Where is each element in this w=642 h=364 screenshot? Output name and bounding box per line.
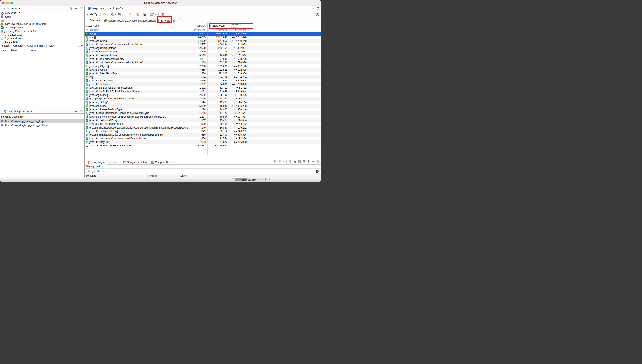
close-icon[interactable]: × [122,7,123,10]
histogram-row[interactable]: Cjava.util.zip.ZipFile$ZipFileInputStrea… [85,86,321,90]
thread-settings-icon[interactable]: ⚙ [103,13,106,16]
tab-compare-basket[interactable]: Compare Basket [149,160,176,164]
maximize-icon[interactable] [80,110,83,113]
query-browser-icon[interactable]: ⚙ [118,12,121,16]
histogram-row[interactable]: Corg.springframework.util.ConcurrentRefe… [85,133,321,137]
close-icon[interactable]: × [103,161,105,164]
dropdown-arrow-icon[interactable]: ▼ [155,13,156,15]
dropdown-arrow-icon[interactable]: ▼ [140,13,142,15]
drag-handle[interactable] [232,178,234,181]
histogram-toolbar-icon[interactable] [90,13,93,16]
histogram-row[interactable]: Cjava.util.zip.ZipFile$ZipFileInflaterIn… [85,90,321,93]
column-class-name[interactable]: Class Name [85,24,188,28]
numeric-filter-field[interactable]: <Numeric> [208,28,229,32]
tab-notes[interactable]: Notes [107,160,121,164]
maximize-icon[interactable] [80,7,83,10]
maximize-icon[interactable] [316,7,319,10]
dropdown-arrow-icon[interactable]: ▼ [115,13,116,15]
histogram-row[interactable]: Cjava.lang.ref.Finalizer 2,566 102,640 >… [85,79,321,82]
close-icon[interactable]: × [177,20,179,22]
column-type[interactable]: Type [0,48,10,52]
tab-class-hierarchy[interactable]: Class Hierarchy [26,44,47,48]
histogram-row[interactable]: Cjava.lang.Object 7,658 122,528 >= 122,5… [85,68,321,72]
help-icon[interactable]: ? [316,12,319,16]
tab-error-log[interactable]: Error Log × [86,160,107,165]
calculator-icon[interactable] [143,12,146,16]
recent-file-item[interactable]: /Users/pdai/pdai_heap_dump_test.hprof [0,123,84,127]
histogram-total-row[interactable]: ΣTotal: 31 of 5,841 entries; 5,810 more … [85,144,321,148]
restore-log-icon[interactable] [302,160,306,163]
minimize-icon[interactable] [75,7,78,10]
histogram-row[interactable]: Cint[] 1,614 104,784 >= 104,784 [85,75,321,79]
dropdown-arrow-icon[interactable]: ▼ [147,13,149,15]
column-date[interactable]: Date∨ [179,174,209,177]
inspector-item[interactable]: 0 java.lang.ClassLoader @ 0x0 [1,29,84,33]
close-icon[interactable]: × [18,7,20,10]
tab-navigation-history[interactable]: Navigation History [121,160,149,164]
run-expert-test-icon[interactable] [110,12,114,16]
minimize-icon[interactable] [312,7,314,10]
histogram-row[interactable]: Cjava.lang.String[] 1,198 47,464 >= 190,… [85,100,321,104]
histogram-row[interactable]: Cjava.util.HashMap$Node 6,189 198,048 >=… [85,54,321,57]
garbage-collect-button[interactable] [263,178,268,181]
open-log-icon[interactable] [298,160,301,163]
zoom-window-button[interactable] [10,2,13,4]
tab-heap-dump-editor[interactable]: heap_dump_pdai_1.hprof × [86,6,125,11]
column-name[interactable]: Name [10,48,30,52]
histogram-row[interactable]: Cjava.lang.String 24,069 577,656 >= 2,75… [85,39,321,43]
tab-histogram[interactable]: Histogram × [158,18,181,24]
column-shallow-heap[interactable]: Shallow Heap∨ [208,24,229,28]
tab-attributes[interactable]: Attributes [11,44,26,48]
minimize-icon[interactable] [75,110,78,113]
histogram-row[interactable]: Cjava.lang.reflect.Method 2,528 222,464 … [85,46,321,50]
histogram-row[interactable]: Cjava.util.HashMap 1,352 64,896 >= 1,263… [85,82,321,86]
histogram-row[interactable]: Cjava.lang.Class 5,850 45,040 >= 2,026,2… [85,104,321,108]
export-log-icon[interactable] [274,160,277,163]
compare-basket-icon[interactable] [161,12,164,16]
memory-gauge[interactable]: 111M of 256M [235,178,263,181]
dropdown-arrow-icon[interactable]: ▼ [122,13,124,15]
column-objects[interactable]: Objects [188,24,208,28]
inspector-item[interactable]: C byte[] [1,15,84,18]
tab-inspector[interactable]: Inspector × [1,6,22,11]
search-icon[interactable] [128,12,132,16]
link-with-snapshot-icon[interactable] [70,6,73,10]
oql-icon[interactable]: OQL [99,13,102,16]
histogram-row[interactable]: Corg.springframework.core.ResolvableType… [85,97,321,100]
histogram-row[interactable]: Cjava.util.concurrent.ConcurrentLinkedDe… [85,137,321,140]
inspector-item[interactable]: C class java.lang.Class @ 0x6c0030e88 [1,22,84,26]
clear-filter-icon[interactable]: ✕ [316,170,319,173]
clear-log-icon[interactable] [289,160,292,163]
minimize-icon[interactable] [78,45,80,47]
column-message[interactable]: Message [85,174,148,177]
regex-filter-field[interactable]: <Regex> [85,28,188,32]
inspector-item[interactable]: ▦ [1,18,84,22]
import-log-icon[interactable] [278,160,281,163]
export-chart-icon[interactable] [150,12,154,16]
histogram-row[interactable]: Cjava.util.concurrent.ConcurrentHashMap$… [85,61,321,64]
histogram-row[interactable]: Cjava.lang.Class[] 2,500 58,496 >= 58,49… [85,93,321,97]
histogram-row[interactable]: Cjava.util.Hashtable$Entry[] 349 25,712 … [85,129,321,133]
histogram-row[interactable]: Cjava.util.LinkedHashMap 1,988 111,328 >… [85,72,321,75]
tab-overview[interactable]: i Overview [85,18,102,23]
log-filter-box[interactable]: ✕ [86,169,320,173]
inspector-item[interactable]: ● no GC root [1,40,84,44]
close-window-button[interactable] [2,2,4,4]
histogram-row[interactable]: Cjava.util.concurrent.ConcurrentHashMap$… [85,43,321,46]
inspector-item[interactable]: @ 0x6c0057110 [1,12,84,15]
drag-handle[interactable] [269,178,270,181]
dominator-tree-icon[interactable] [94,13,97,16]
histogram-row[interactable]: Cjava.util.LinkedHashMap$Entry 4,851 194… [85,57,321,60]
maximize-icon[interactable] [316,160,319,163]
column-retained-heap[interactable]: Retained Heap [229,24,248,28]
tab-statics[interactable]: Statics [0,44,11,48]
histogram-row[interactable]: Cjava.util.ArrayList 903 21,672 >= 225,0… [85,140,321,144]
tab-value[interactable]: Value [46,44,56,48]
histogram-row[interactable]: Cbyte[] 4,402 5,562,616 >= 5,562,616 [85,32,321,35]
maximize-icon[interactable] [81,45,83,47]
overview-info-icon[interactable]: i [86,12,88,16]
numeric-filter-field[interactable]: <Numeric> [229,28,248,32]
minimize-window-button[interactable] [6,2,9,4]
histogram-row[interactable]: Cjava.lang.Object[] 2,908 139,680 >= 962… [85,64,321,68]
histogram-row[interactable]: Cjava.lang.invoke.MethodType$ConcurrentW… [85,115,321,118]
